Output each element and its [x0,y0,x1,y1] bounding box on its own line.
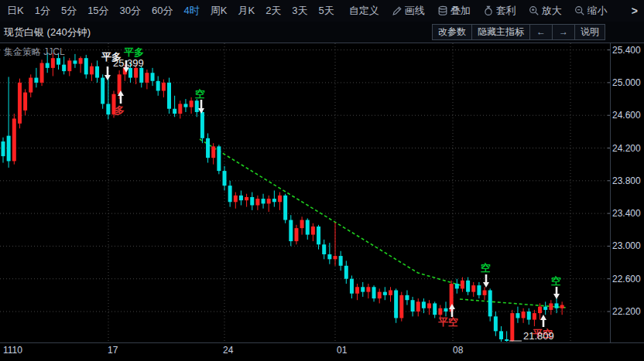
y-axis-labels: 25.40025.00024.60024.20023.80023.40023.0… [608,45,641,317]
hide-main-indicator-button[interactable]: 隐藏主指标 [471,24,530,40]
custom-period-button[interactable]: 自定义 [349,4,379,18]
period-3day[interactable]: 3天 [292,4,307,18]
layers-icon [437,5,448,16]
next-button[interactable]: → [552,24,575,40]
strategy-label: 集金策略 JJCL [4,46,65,59]
y-tick-label: 23.800 [612,175,641,186]
change-params-button[interactable]: 改参数 [432,24,472,40]
draw-line-button[interactable]: 画线 [392,4,425,18]
zoom-in-icon [529,5,540,16]
period-week-k[interactable]: 周K [211,4,228,18]
y-tick-label: 22.600 [612,274,641,284]
x-tick-label: 17 [108,345,118,356]
zoom-in-button[interactable]: 放大 [529,4,562,18]
period-30min[interactable]: 30分 [120,4,141,18]
moneybag-icon [483,5,494,16]
x-tick-label: 24 [223,345,234,356]
y-tick-label: 22.200 [612,306,641,317]
y-tick-label: 23.000 [612,240,641,251]
period-4hour[interactable]: 4时 [184,4,200,18]
y-tick-label: 23.400 [612,208,641,219]
x-axis-labels: 111017240108 [3,345,464,356]
arbitrage-button[interactable]: 套利 [483,4,516,18]
period-5min[interactable]: 5分 [61,4,77,18]
toolbar-more-chevron-icon[interactable]: > [632,5,638,17]
toolbar-tools: 自定义画线叠加套利放大缩小 [342,4,608,18]
period-1min[interactable]: 1分 [35,4,50,18]
top-toolbar: 日K1分5分15分30分60分4时周K月K2天3天5天 自定义画线叠加套利放大缩… [0,0,644,22]
y-tick-label: 24.200 [612,143,641,154]
period-5day[interactable]: 5天 [319,4,334,18]
prev-button[interactable]: ← [529,24,553,40]
zoom-out-icon [574,5,585,16]
chart-app-window: 日K1分5分15分30分60分4时周K月K2天3天5天 自定义画线叠加套利放大缩… [0,0,644,361]
y-tick-label: 25.400 [612,45,641,56]
sub-header-buttons: 改参数隐藏主指标←→说明 [433,24,605,40]
x-tick-label: 1110 [3,345,22,356]
period-15min[interactable]: 15分 [87,4,108,18]
y-tick-label: 24.600 [612,110,641,121]
period-60min[interactable]: 60分 [152,4,173,18]
x-tick-label: 08 [453,345,464,356]
period-day-k[interactable]: 日K [7,4,24,18]
sub-header: 现货白银 (240分钟) 改参数隐藏主指标←→说明 [0,22,644,43]
chart-area[interactable] [0,43,610,342]
help-button[interactable]: 说明 [574,24,605,40]
period-2day[interactable]: 2天 [265,4,281,18]
zoom-out-button[interactable]: 缩小 [574,4,608,18]
instrument-title: 现货白银 (240分钟) [0,26,91,39]
toolbar-periods: 日K1分5分15分30分60分4时周K月K2天3天5天 [0,4,334,18]
overlay-button[interactable]: 叠加 [437,4,471,18]
y-tick-label: 25.000 [612,77,641,88]
x-tick-label: 01 [337,345,348,356]
pencil-icon [392,5,402,16]
period-month-k[interactable]: 月K [238,4,255,18]
